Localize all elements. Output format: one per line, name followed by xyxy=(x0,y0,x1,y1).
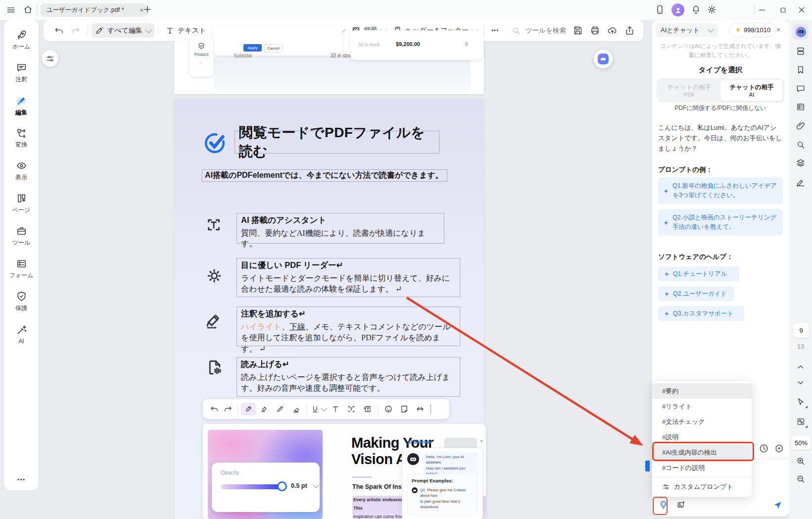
home-button[interactable] xyxy=(23,4,33,15)
lumi-fab[interactable] xyxy=(594,50,613,68)
device-sync-button[interactable] xyxy=(655,4,665,15)
layers-tab[interactable] xyxy=(793,156,809,170)
opacity-chevron-icon[interactable] xyxy=(313,482,319,488)
sidebar-item-home[interactable]: ホーム xyxy=(6,24,37,56)
undo-button[interactable] xyxy=(50,23,67,38)
menu-item-ai-content-detect[interactable]: #AI生成内容の検出 xyxy=(652,445,752,460)
doc-subtitle-textbox[interactable]: AI搭載のPDFelementでは、今までにない方法で読書ができます。 xyxy=(202,169,447,182)
anno-text-button[interactable] xyxy=(328,403,343,415)
fields-tab[interactable] xyxy=(793,100,809,114)
section-1-textbox[interactable]: AI 搭載のアシスタント 質問、要約などAI機能により、読書が快適になります。 xyxy=(237,213,444,244)
menu-item-explain[interactable]: #説明 xyxy=(652,429,752,445)
comments-tab[interactable] xyxy=(793,81,809,96)
slider-knob[interactable] xyxy=(277,481,287,491)
cancel-button[interactable]: Cancel xyxy=(264,44,283,52)
help-user-guide[interactable]: Q2.ユーザーガイド xyxy=(658,286,734,301)
anno-callout-button[interactable] xyxy=(360,403,375,415)
redo-button[interactable] xyxy=(67,23,84,38)
prompt-example-1[interactable]: Q1.新年の抱負にふさわしいアイデアを3つ挙げてください。 xyxy=(658,177,783,204)
anno-eraser-button[interactable] xyxy=(288,403,303,415)
opacity-slider[interactable] xyxy=(221,484,283,489)
hexagon-settings-icon[interactable] xyxy=(774,443,784,454)
edit-all-button[interactable]: すべて編集 xyxy=(92,23,154,38)
robot-icon xyxy=(796,27,806,37)
user-avatar[interactable] xyxy=(671,3,684,16)
sidebar-item-edit[interactable]: 編集 xyxy=(6,89,37,122)
signature-tab[interactable] xyxy=(793,175,809,190)
zoom-out-button[interactable] xyxy=(793,471,809,486)
help-customer-support[interactable]: Q3.カスタマサポート xyxy=(658,306,744,321)
main-menu-button[interactable] xyxy=(6,5,16,15)
sidebar-item-comment[interactable]: 注釈 xyxy=(6,56,37,89)
zoom-in-button[interactable] xyxy=(793,454,809,468)
panel-close-icon[interactable]: × xyxy=(776,25,781,34)
apply-button[interactable]: Apply xyxy=(243,44,262,52)
fit-mode-button[interactable] xyxy=(793,414,809,429)
save-button[interactable] xyxy=(569,23,586,38)
sidebar-item-view[interactable]: 表示 xyxy=(6,155,37,187)
embedded-close-icon[interactable]: × xyxy=(480,438,483,444)
help-tutorial[interactable]: Q1.チュートリアル xyxy=(658,266,739,281)
previous-page-button[interactable] xyxy=(793,360,809,374)
history-clock-icon[interactable] xyxy=(759,443,769,454)
add-image-button[interactable] xyxy=(673,497,688,512)
sidebar-more-button[interactable]: ••• xyxy=(17,476,26,490)
menu-item-grammar-check[interactable]: #文法チェック xyxy=(652,414,752,429)
sidebar-item-form[interactable]: フォーム xyxy=(6,253,37,285)
prompt-ideas-button[interactable] xyxy=(657,497,669,512)
anno-redo-button[interactable] xyxy=(222,403,235,415)
zoom-level-indicator[interactable]: 50% xyxy=(791,436,811,450)
current-page-indicator[interactable]: 9 xyxy=(793,323,809,338)
maximize-button[interactable] xyxy=(777,4,788,15)
section-3-textbox[interactable]: 注釈を追加する↵ ハイライト、下線、メモ、テキストコメントなどのツールを使用して… xyxy=(237,307,460,346)
ai-credits-badge[interactable]: 998/1010 xyxy=(729,23,776,37)
avatar-person-icon xyxy=(674,6,682,14)
settings-button[interactable] xyxy=(707,4,717,15)
share-button[interactable] xyxy=(621,23,638,38)
anno-underline-button[interactable] xyxy=(310,403,327,415)
sidebar-item-tools[interactable]: ツール xyxy=(6,220,37,253)
notifications-button[interactable] xyxy=(691,4,701,15)
anno-highlighter-button[interactable] xyxy=(241,403,256,415)
new-tab-button[interactable] xyxy=(143,4,152,14)
thumbnails-tab[interactable] xyxy=(793,44,809,58)
doc-title-textbox[interactable]: 閲覧モードでPDFファイルを読む xyxy=(235,131,439,154)
lumi-assistant-tab[interactable] xyxy=(793,24,809,40)
menu-item-summarize[interactable]: #要約 xyxy=(652,383,752,399)
anno-area-highlight-button[interactable] xyxy=(257,403,272,415)
cloud-upload-button[interactable] xyxy=(604,23,621,38)
anno-note-button[interactable] xyxy=(397,403,412,415)
tab-chat-with-ai[interactable]: チャットの相手 AI xyxy=(720,80,783,101)
anno-more-button[interactable] xyxy=(429,403,432,415)
send-button[interactable] xyxy=(770,498,784,512)
menu-item-custom-prompt[interactable]: カスタムプロンプト xyxy=(652,479,752,494)
more-tools-button[interactable]: ••• xyxy=(488,25,503,37)
sidebar-item-ai[interactable]: AI xyxy=(6,318,37,351)
anno-pencil-button[interactable] xyxy=(273,403,287,415)
anno-measure-button[interactable] xyxy=(413,403,428,415)
section-4-textbox[interactable]: 読み上げる↵ 読み上げたいページを選択すると音声をつけて読み上げます。好みの音声… xyxy=(237,357,460,397)
sidebar-item-convert[interactable]: 変換 xyxy=(6,122,37,155)
tab-chat-with-pdf[interactable]: チャットの相手 PDF xyxy=(658,80,720,101)
document-tab[interactable]: ユーザーガイドブック.pdf * × xyxy=(41,3,147,17)
attachments-tab[interactable] xyxy=(793,118,809,133)
anno-textbox-button[interactable] xyxy=(344,403,359,415)
close-window-button[interactable] xyxy=(796,4,807,15)
prompt-example-2[interactable]: Q2.小説と映画のストーリーテリング手法の違いを教えて。 xyxy=(658,209,783,236)
search-tab[interactable] xyxy=(793,137,809,152)
print-button[interactable] xyxy=(586,23,604,38)
section-2-textbox[interactable]: 目に優しい PDF リーダー↵ ライトモードとダークモードを簡単に切り替えて、好… xyxy=(237,258,460,297)
minimize-button[interactable] xyxy=(757,4,767,15)
menu-item-rewrite[interactable]: #リライト xyxy=(652,399,752,414)
anno-undo-button[interactable] xyxy=(208,403,221,415)
menu-item-code-explain[interactable]: #コードの説明 xyxy=(652,460,752,475)
next-page-button[interactable] xyxy=(793,375,809,390)
anno-sticker-button[interactable] xyxy=(381,403,396,415)
pointer-mode-button[interactable] xyxy=(793,394,809,409)
view-settings-fab[interactable] xyxy=(42,50,58,67)
sidebar-item-pages[interactable]: ページ xyxy=(6,187,37,220)
bookmarks-tab[interactable] xyxy=(793,62,809,77)
panel-mode-select[interactable]: AIとチャット xyxy=(656,23,718,37)
tool-search-input[interactable] xyxy=(525,26,569,35)
sidebar-item-protect[interactable]: 保護 xyxy=(6,285,37,318)
